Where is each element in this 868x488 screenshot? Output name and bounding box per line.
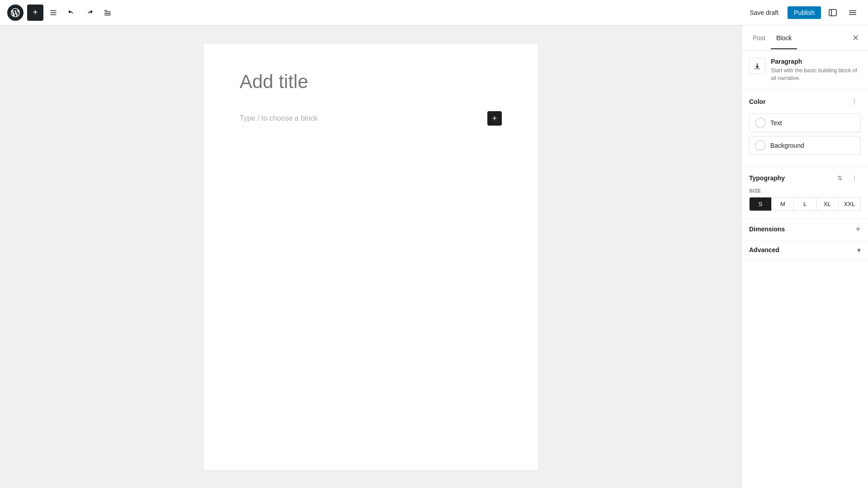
- block-icon: [749, 58, 765, 74]
- background-color-circle: [755, 140, 766, 151]
- text-color-circle: [755, 117, 766, 128]
- color-section-actions: ⋮: [848, 95, 861, 108]
- typography-settings-button[interactable]: ⇅: [834, 172, 846, 184]
- settings-button[interactable]: [844, 5, 861, 21]
- save-draft-button[interactable]: Save draft: [744, 6, 784, 19]
- typography-actions: ⇅ ⋮: [834, 172, 861, 184]
- size-s[interactable]: S: [750, 197, 772, 211]
- svg-rect-3: [104, 14, 111, 15]
- svg-rect-1: [104, 11, 111, 12]
- toolbar: + Save draft Publish: [0, 0, 868, 25]
- advanced-chevron-icon: ▾: [857, 246, 861, 254]
- color-section-header[interactable]: Color ⋮: [742, 90, 868, 113]
- svg-rect-8: [849, 14, 856, 15]
- typography-title: Typography: [749, 174, 785, 182]
- dimensions-title: Dimensions: [749, 225, 785, 233]
- text-color-label: Text: [770, 119, 782, 127]
- size-options: S M L XL XXL: [749, 197, 861, 211]
- background-color-label: Background: [770, 142, 804, 149]
- svg-rect-6: [849, 10, 856, 11]
- dimensions-header[interactable]: Dimensions +: [742, 219, 868, 240]
- block-info-text: Paragraph Start with the basic building …: [771, 58, 861, 82]
- dimensions-section: Dimensions +: [742, 219, 868, 240]
- tab-block[interactable]: Block: [771, 31, 797, 45]
- svg-rect-4: [829, 9, 836, 16]
- size-xxl[interactable]: XXL: [839, 197, 860, 211]
- add-block-toolbar-button[interactable]: +: [27, 5, 43, 21]
- color-options-button[interactable]: ⋮: [848, 95, 861, 108]
- size-l[interactable]: L: [794, 197, 816, 211]
- dimensions-add-icon: +: [855, 224, 861, 235]
- svg-rect-7: [849, 12, 856, 13]
- advanced-header[interactable]: Advanced ▾: [742, 240, 868, 260]
- color-section-title: Color: [749, 98, 766, 105]
- typography-section: Typography ⇅ ⋮ SIZE S M L XL XXL: [742, 166, 868, 219]
- editor-block-area: Type / to choose a block +: [240, 111, 502, 126]
- publish-button[interactable]: Publish: [788, 6, 821, 19]
- post-title-input[interactable]: [240, 70, 502, 93]
- tab-post[interactable]: Post: [747, 31, 771, 45]
- typography-header[interactable]: Typography ⇅ ⋮: [742, 166, 868, 186]
- document-overview-button[interactable]: [99, 5, 116, 21]
- color-options: Text Background: [742, 113, 868, 166]
- tools-button[interactable]: [45, 5, 61, 21]
- toolbar-left: +: [7, 5, 741, 21]
- block-placeholder-text: Type / to choose a block: [240, 114, 482, 122]
- sidebar: Post Block ✕ Paragraph Start with the ba…: [741, 25, 868, 488]
- size-xl[interactable]: XL: [816, 197, 839, 211]
- svg-rect-0: [104, 10, 107, 11]
- svg-rect-2: [104, 13, 111, 14]
- toolbar-right: Save draft Publish: [744, 5, 861, 21]
- close-sidebar-button[interactable]: ✕: [848, 31, 863, 45]
- advanced-title: Advanced: [749, 246, 779, 253]
- wordpress-logo[interactable]: [7, 5, 24, 21]
- color-section: Color ⋮ Text Background: [742, 90, 868, 166]
- add-block-inline-button[interactable]: +: [487, 111, 502, 126]
- block-info: Paragraph Start with the basic building …: [742, 51, 868, 90]
- advanced-section: Advanced ▾: [742, 240, 868, 260]
- editor-area[interactable]: Type / to choose a block +: [0, 25, 741, 488]
- redo-button[interactable]: [81, 5, 98, 21]
- block-title: Paragraph: [771, 58, 861, 65]
- typography-options-button[interactable]: ⋮: [848, 172, 861, 184]
- size-m[interactable]: M: [772, 197, 794, 211]
- editor-content: Type / to choose a block +: [203, 43, 538, 470]
- sidebar-tabs: Post Block ✕: [742, 25, 868, 51]
- color-background-option[interactable]: Background: [749, 136, 861, 155]
- typography-body: SIZE S M L XL XXL: [742, 186, 868, 218]
- undo-button[interactable]: [63, 5, 80, 21]
- color-text-option[interactable]: Text: [749, 113, 861, 132]
- block-description: Start with the basic building block of a…: [771, 67, 861, 82]
- view-button[interactable]: [825, 5, 841, 21]
- main-layout: Type / to choose a block + Post Block ✕ …: [0, 25, 868, 488]
- size-label: SIZE: [749, 188, 861, 193]
